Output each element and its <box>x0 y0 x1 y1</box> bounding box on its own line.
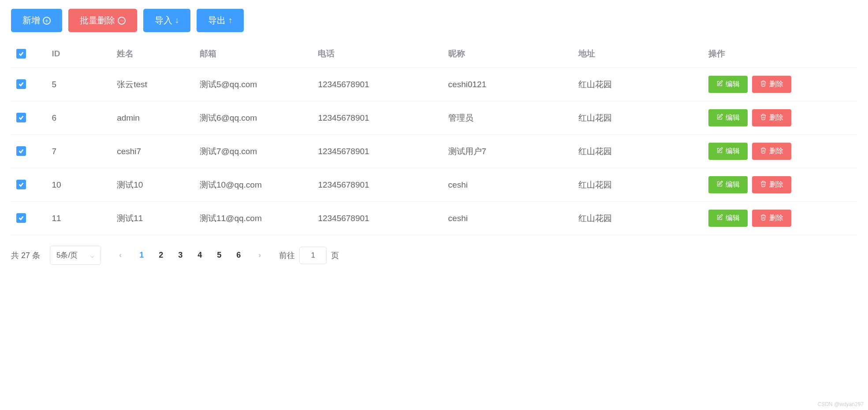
add-button[interactable]: 新增 + <box>11 9 62 32</box>
page-size-label: 5条/页 <box>56 250 78 260</box>
cell-id: 11 <box>47 202 112 235</box>
page-number[interactable]: 5 <box>209 247 229 264</box>
next-page-button[interactable]: › <box>250 247 269 264</box>
cell-name: ceshi7 <box>112 135 194 168</box>
cell-phone: 12345678901 <box>313 101 443 135</box>
edit-icon <box>716 181 723 189</box>
cell-nickname: ceshi0121 <box>443 68 573 101</box>
cell-email: 测试10@qq.com <box>194 168 313 202</box>
total-count: 共 27 条 <box>11 250 40 261</box>
table-row: 5 张云test 测试5@qq.com 12345678901 ceshi012… <box>11 68 857 101</box>
edit-label: 编辑 <box>726 180 740 189</box>
chevron-down-icon: ⌵ <box>90 251 94 260</box>
edit-icon <box>716 214 723 222</box>
select-all-checkbox[interactable] <box>16 49 26 59</box>
cell-email: 测试11@qq.com <box>194 202 313 235</box>
row-checkbox[interactable] <box>16 180 26 189</box>
header-email: 邮箱 <box>194 40 313 68</box>
page-number[interactable]: 2 <box>151 247 171 264</box>
batch-delete-label: 批量删除 <box>80 15 115 26</box>
trash-icon <box>760 80 767 89</box>
page-number[interactable]: 4 <box>190 247 209 264</box>
edit-button[interactable]: 编辑 <box>708 176 748 193</box>
data-table: ID 姓名 邮箱 电话 昵称 地址 操作 5 张云test 测试5@qq.com… <box>11 40 857 235</box>
import-button[interactable]: 导入 ↓ <box>143 9 190 32</box>
page-number[interactable]: 6 <box>229 247 248 264</box>
delete-label: 删除 <box>769 180 783 189</box>
cell-id: 5 <box>47 68 112 101</box>
delete-button[interactable]: 删除 <box>752 76 791 93</box>
trash-icon <box>760 114 767 122</box>
edit-button[interactable]: 编辑 <box>708 143 748 160</box>
header-phone: 电话 <box>313 40 443 68</box>
row-checkbox[interactable] <box>16 79 26 89</box>
plus-circle-icon: + <box>43 17 51 25</box>
cell-nickname: 管理员 <box>443 101 573 135</box>
page-jump: 前往 页 <box>279 247 339 264</box>
prev-page-button[interactable]: ‹ <box>111 247 130 264</box>
row-checkbox[interactable] <box>16 113 26 122</box>
trash-icon <box>760 214 767 222</box>
table-header-row: ID 姓名 邮箱 电话 昵称 地址 操作 <box>11 40 857 68</box>
cell-phone: 12345678901 <box>313 168 443 202</box>
delete-button[interactable]: 删除 <box>752 143 791 160</box>
header-actions: 操作 <box>703 40 857 68</box>
header-address: 地址 <box>573 40 703 68</box>
delete-label: 删除 <box>769 147 783 156</box>
cell-name: admin <box>112 101 194 135</box>
page-number[interactable]: 3 <box>171 247 190 264</box>
cell-address: 红山花园 <box>573 168 703 202</box>
row-checkbox[interactable] <box>16 146 26 156</box>
jump-prefix: 前往 <box>279 250 295 261</box>
arrow-up-icon: ↑ <box>228 16 232 25</box>
cell-nickname: ceshi <box>443 202 573 235</box>
edit-button[interactable]: 编辑 <box>708 109 748 126</box>
cell-email: 测试6@qq.com <box>194 101 313 135</box>
edit-label: 编辑 <box>726 80 740 89</box>
row-checkbox[interactable] <box>16 213 26 223</box>
pagination: 共 27 条 5条/页 ⌵ ‹ 123456 › 前往 页 <box>11 246 857 265</box>
minus-circle-icon: − <box>118 17 126 25</box>
cell-phone: 12345678901 <box>313 202 443 235</box>
cell-address: 红山花园 <box>573 135 703 168</box>
batch-delete-button[interactable]: 批量删除 − <box>68 9 137 32</box>
edit-icon <box>716 147 723 155</box>
delete-button[interactable]: 删除 <box>752 210 791 227</box>
delete-label: 删除 <box>769 113 783 122</box>
export-button[interactable]: 导出 ↑ <box>197 9 244 32</box>
edit-label: 编辑 <box>726 113 740 122</box>
header-name: 姓名 <box>112 40 194 68</box>
cell-address: 红山花园 <box>573 101 703 135</box>
cell-id: 6 <box>47 101 112 135</box>
add-label: 新增 <box>22 15 40 26</box>
table-row: 6 admin 测试6@qq.com 12345678901 管理员 红山花园 … <box>11 101 857 135</box>
delete-label: 删除 <box>769 80 783 89</box>
delete-button[interactable]: 删除 <box>752 109 791 126</box>
edit-icon <box>716 80 723 89</box>
delete-button[interactable]: 删除 <box>752 176 791 193</box>
cell-address: 红山花园 <box>573 202 703 235</box>
cell-id: 10 <box>47 168 112 202</box>
export-label: 导出 <box>208 15 226 26</box>
cell-name: 测试11 <box>112 202 194 235</box>
edit-label: 编辑 <box>726 214 740 223</box>
table-row: 10 测试10 测试10@qq.com 12345678901 ceshi 红山… <box>11 168 857 202</box>
cell-id: 7 <box>47 135 112 168</box>
jump-suffix: 页 <box>331 250 339 261</box>
edit-icon <box>716 114 723 122</box>
cell-email: 测试5@qq.com <box>194 68 313 101</box>
cell-nickname: 测试用户7 <box>443 135 573 168</box>
page-size-select[interactable]: 5条/页 ⌵ <box>50 246 101 265</box>
page-number[interactable]: 1 <box>132 247 151 264</box>
header-id: ID <box>47 40 112 68</box>
cell-phone: 12345678901 <box>313 135 443 168</box>
trash-icon <box>760 147 767 155</box>
arrow-down-icon: ↓ <box>175 16 179 25</box>
cell-nickname: ceshi <box>443 168 573 202</box>
jump-input[interactable] <box>299 247 327 264</box>
edit-button[interactable]: 编辑 <box>708 76 748 93</box>
pager-list: ‹ 123456 › <box>111 247 269 264</box>
edit-button[interactable]: 编辑 <box>708 210 748 227</box>
table-row: 11 测试11 测试11@qq.com 12345678901 ceshi 红山… <box>11 202 857 235</box>
cell-email: 测试7@qq.com <box>194 135 313 168</box>
